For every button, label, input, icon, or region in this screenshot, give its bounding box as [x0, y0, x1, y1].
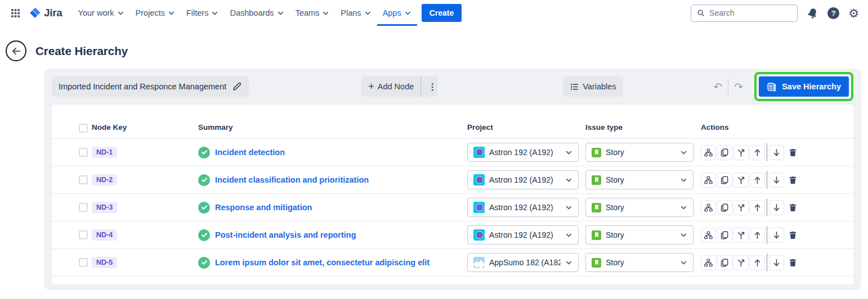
select-all-checkbox[interactable] [79, 124, 88, 133]
delete-trash-icon[interactable] [785, 200, 800, 215]
nav-menu-item[interactable]: Projects [130, 0, 181, 26]
node-key-badge: ND-4 [92, 229, 117, 241]
chevron-down-icon [211, 10, 218, 17]
issue-type-select[interactable]: Story [585, 198, 693, 217]
summary-link[interactable]: Incident detection [215, 148, 285, 157]
column-header-issue-type: Issue type [585, 123, 701, 132]
chevron-down-icon [168, 10, 175, 17]
branch-icon[interactable] [733, 145, 749, 160]
story-icon [592, 175, 601, 185]
row-checkbox[interactable] [79, 230, 88, 239]
search-input[interactable] [709, 8, 791, 17]
branch-icon[interactable] [733, 228, 749, 243]
delete-trash-icon[interactable] [785, 255, 800, 270]
column-header-node-key: Node Key [92, 123, 198, 132]
duplicate-icon[interactable] [717, 200, 732, 215]
move-down-icon[interactable] [769, 228, 784, 243]
delete-trash-icon[interactable] [785, 145, 800, 160]
table-body: ND-1 Incident detection Astron 192 (A192… [52, 139, 853, 277]
summary-link[interactable]: Response and mitigation [215, 203, 312, 212]
add-child-node-icon[interactable] [701, 228, 716, 243]
column-header-summary: Summary [198, 123, 467, 132]
move-down-icon[interactable] [769, 255, 784, 270]
issue-type-select[interactable]: Story [585, 170, 693, 189]
redo-icon[interactable]: ↷ [728, 81, 749, 92]
move-down-icon[interactable] [769, 173, 784, 188]
row-checkbox[interactable] [79, 175, 88, 184]
save-hierarchy-button[interactable]: Save Hierarchy [759, 76, 849, 97]
app-switcher-icon[interactable] [7, 4, 24, 22]
add-child-node-icon[interactable] [701, 145, 716, 160]
summary-link[interactable]: Lorem ipsum dolor sit amet, consectetur … [215, 258, 429, 267]
project-select[interactable]: Astron 192 (A192) [467, 143, 579, 162]
issue-type-select[interactable]: Story [585, 143, 693, 162]
move-up-icon[interactable] [750, 145, 765, 160]
delete-trash-icon[interactable] [785, 173, 800, 188]
row-checkbox[interactable] [79, 203, 88, 212]
chevron-down-icon [680, 176, 687, 184]
story-icon [592, 203, 601, 212]
branch-icon[interactable] [733, 255, 749, 270]
jira-logo[interactable]: Jira [28, 6, 62, 20]
project-avatar [473, 229, 485, 241]
undo-icon[interactable]: ↶ [708, 81, 728, 92]
chevron-down-icon [680, 232, 687, 239]
add-child-node-icon[interactable] [701, 255, 716, 270]
nav-menu-item[interactable]: Teams [290, 0, 335, 26]
more-options-kebab-icon[interactable]: ⋮ [421, 76, 438, 97]
nav-menu-item[interactable]: Filters [181, 0, 224, 26]
nodes-table: Node Key Summary Project Issue type Acti… [52, 105, 853, 284]
project-select[interactable]: Astron 192 (A192) [467, 170, 579, 189]
duplicate-icon[interactable] [717, 145, 732, 160]
nav-menu-item[interactable]: Apps [377, 0, 417, 26]
move-up-icon[interactable] [750, 200, 765, 215]
row-actions [701, 226, 853, 244]
jira-logo-icon [28, 6, 42, 20]
duplicate-icon[interactable] [717, 255, 732, 270]
nav-menu-item[interactable]: Your work [73, 0, 130, 26]
add-child-node-icon[interactable] [701, 200, 716, 215]
back-button[interactable] [6, 40, 26, 61]
help-icon[interactable]: ? [827, 7, 839, 19]
project-select[interactable]: Astron 192 (A192) [467, 225, 579, 244]
duplicate-icon[interactable] [717, 228, 732, 243]
branch-icon[interactable] [733, 173, 749, 188]
project-select[interactable]: AppSumo 182 (A182) [467, 253, 579, 272]
jira-app: Jira Your work Projects Filters [0, 0, 868, 299]
chevron-down-icon [364, 10, 372, 17]
hierarchy-toolbar: Imported Incident and Responce Managemen… [52, 76, 853, 97]
duplicate-icon[interactable] [717, 173, 732, 188]
branch-icon[interactable] [733, 200, 749, 215]
row-checkbox[interactable] [79, 258, 88, 267]
table-header-row: Node Key Summary Project Issue type Acti… [52, 105, 853, 139]
status-check-icon [198, 257, 210, 269]
create-button[interactable]: Create [422, 4, 462, 22]
move-up-icon[interactable] [750, 173, 765, 188]
nav-menu-item[interactable]: Dashboards [224, 0, 289, 26]
move-down-icon[interactable] [769, 145, 784, 160]
nav-menu-item[interactable]: Plans [335, 0, 377, 26]
page-title: Create Hierarchy [35, 44, 128, 58]
table-row: ND-2 Incident classification and priorit… [52, 166, 853, 194]
project-avatar [473, 257, 485, 268]
delete-trash-icon[interactable] [785, 228, 800, 243]
issue-type-select[interactable]: Story [585, 253, 693, 272]
node-key-badge: ND-2 [92, 174, 117, 185]
add-child-node-icon[interactable] [701, 173, 716, 188]
move-up-icon[interactable] [750, 228, 765, 243]
move-down-icon[interactable] [769, 200, 784, 215]
search-box[interactable] [691, 4, 798, 22]
row-checkbox[interactable] [79, 148, 88, 157]
project-select[interactable]: Astron 192 (A192) [467, 198, 579, 217]
variables-button[interactable]: Variables [563, 76, 623, 97]
move-up-icon[interactable] [750, 255, 765, 270]
story-icon [592, 258, 601, 268]
settings-gear-icon[interactable]: ⚙ [848, 7, 859, 19]
summary-link[interactable]: Incident classification and prioritizati… [215, 175, 369, 184]
summary-link[interactable]: Post-incident analysis and reporting [215, 230, 356, 239]
notifications-bell-icon[interactable] [807, 7, 818, 19]
add-node-group: + Add Node ⋮ [361, 76, 438, 97]
add-node-button[interactable]: + Add Node [361, 76, 420, 97]
edit-pencil-icon[interactable] [232, 81, 242, 92]
issue-type-select[interactable]: Story [585, 225, 693, 244]
